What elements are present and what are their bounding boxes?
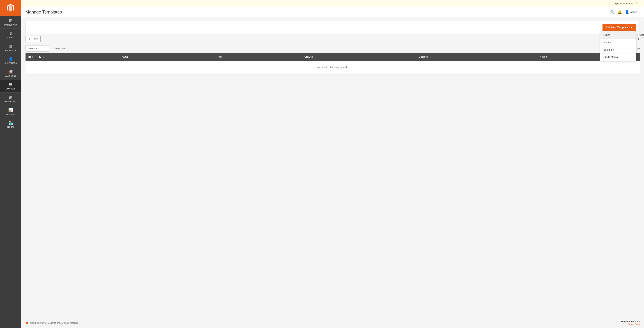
add-new-template-button[interactable]: Add New Template ▲ — [602, 24, 636, 31]
footer-logo-icon: ⬟ — [26, 321, 28, 325]
table-col-name: Name — [119, 53, 214, 61]
dropdown-item-shipment[interactable]: Shipment — [600, 46, 636, 54]
table-col-id[interactable]: ID ↓ — [36, 53, 119, 61]
header-actions: 🔍 🔔 👤 admin ▾ — [610, 10, 640, 14]
add-template-container: Add New Template ▲ Order Order Invoice — [602, 24, 636, 31]
version-label: Magento — [621, 320, 630, 323]
marketing-icon: 📢 — [8, 70, 13, 74]
dropdown-item-credit-memo[interactable]: Credit Memo — [600, 54, 636, 61]
page-header: Manage Templates 🔍 🔔 👤 admin ▾ — [21, 7, 644, 17]
system-messages-label: System Messages: — [614, 2, 634, 5]
filter-icon: ▼ — [28, 38, 30, 40]
sidebar-item-customers-label: CUSTOMERS — [4, 62, 17, 64]
admin-label: admin — [630, 11, 637, 14]
sidebar-item-stores[interactable]: 🏪 STORES — [0, 118, 21, 131]
reports-icon: 📊 — [8, 108, 13, 112]
sidebar-item-mageplaza-label: MAGEPLAZA — [4, 101, 17, 103]
filters-row: ▼ Filters 👁 Default View ▼ — [26, 36, 640, 42]
sidebar-item-reports[interactable]: 📊 REPORTS — [0, 105, 21, 118]
col-id-label: ID — [39, 55, 42, 58]
sidebar-item-marketing[interactable]: 📢 MARKETING — [0, 67, 21, 80]
version-number: ver. 2.1.8 — [630, 320, 640, 323]
dropdown-invoice-label: Invoice — [604, 41, 611, 44]
data-table: ▼ ID ↓ Name Type Created — [26, 53, 640, 75]
magento-logo-icon — [6, 3, 15, 13]
report-bugs-link[interactable]: Report Bugs — [621, 323, 640, 325]
sidebar-item-content[interactable]: ▤ CONTENT — [0, 80, 21, 93]
select-all-checkbox[interactable] — [28, 56, 31, 58]
footer-right: Magento ver. 2.1.8 Report Bugs — [621, 320, 640, 325]
dropdown-credit-memo-label: Credit Memo — [604, 56, 618, 59]
col-name-label: Name — [122, 55, 128, 58]
sidebar-logo — [0, 0, 21, 16]
sidebar-item-dashboard[interactable]: ⊞ DASHBOARD — [0, 16, 21, 29]
sidebar-item-reports-label: REPORTS — [6, 113, 15, 115]
system-messages-count: 1 — [638, 2, 640, 5]
table-col-type: Type — [214, 53, 302, 61]
footer-left: ⬟ Copyright © 2017 Magento, Inc. All rig… — [26, 321, 79, 325]
actions-arrow-icon: ▾ — [36, 47, 38, 50]
table-col-modified: Modified — [416, 53, 537, 61]
footer-copyright: Copyright © 2017 Magento, Inc. All right… — [30, 322, 79, 324]
add-template-arrow-icon: ▲ — [630, 26, 633, 29]
search-icon[interactable]: 🔍 — [610, 10, 615, 14]
sidebar-item-products-label: PRODUCTS — [5, 50, 16, 52]
sidebar-item-mageplaza[interactable]: ▩ MAGEPLAZA — [0, 93, 21, 105]
products-icon: ▦ — [9, 44, 12, 49]
main-area: System Messages: ⚠ 1 Manage Templates 🔍 … — [21, 0, 644, 328]
content-area: Add New Template ▲ Order Order Invoice — [21, 17, 644, 318]
filters-label: Filters — [32, 38, 38, 40]
actions-row: Actions ▾ 0 records found 20 per page — [26, 44, 640, 53]
records-count: 0 records found — [51, 47, 67, 50]
checkbox-arrow-icon[interactable]: ▼ — [32, 56, 34, 58]
table-col-checkbox: ▼ — [26, 53, 36, 61]
sidebar-item-marketing-label: MARKETING — [5, 75, 16, 77]
admin-dropdown-icon: ▾ — [638, 11, 640, 14]
col-type-label: Type — [217, 55, 222, 58]
actions-dropdown[interactable]: Actions ▾ — [26, 46, 49, 52]
admin-menu[interactable]: 👤 admin ▾ — [625, 10, 640, 14]
table-empty-row: We couldn't find any records. — [26, 61, 640, 75]
filters-button[interactable]: ▼ Filters — [26, 36, 40, 42]
col-modified-label: Modified — [418, 55, 428, 58]
magento-version: Magento ver. 2.1.8 — [621, 320, 640, 323]
template-type-dropdown: Order Order Invoice Shipment Credit Memo — [600, 31, 636, 61]
filters-left: ▼ Filters — [26, 36, 40, 42]
dropdown-order-label: Order — [604, 34, 610, 36]
dropdown-item-order[interactable]: Order Order — [600, 31, 636, 39]
content-icon: ▤ — [9, 82, 12, 87]
notifications-icon[interactable]: 🔔 — [618, 10, 622, 14]
customers-icon: 👤 — [8, 57, 13, 61]
page-footer: ⬟ Copyright © 2017 Magento, Inc. All rig… — [21, 318, 644, 328]
system-messages-bar: System Messages: ⚠ 1 — [21, 0, 644, 7]
sidebar-item-stores-label: STORES — [7, 126, 14, 128]
sidebar: ⊞ DASHBOARD $ SALES ▦ PRODUCTS 👤 CUSTOME… — [0, 0, 21, 328]
empty-message: We couldn't find any records. — [26, 61, 640, 75]
stores-icon: 🏪 — [8, 121, 13, 125]
sidebar-item-sales[interactable]: $ SALES — [0, 29, 21, 41]
top-toolbar: Add New Template ▲ Order Order Invoice — [26, 21, 640, 34]
sidebar-item-products[interactable]: ▦ PRODUCTS — [0, 41, 21, 54]
col-created-label: Created — [304, 55, 313, 58]
sales-icon: $ — [10, 31, 12, 36]
page-title: Manage Templates — [26, 10, 62, 15]
table-body: We couldn't find any records. — [26, 61, 640, 75]
actions-label: Actions — [28, 47, 35, 50]
sidebar-item-customers[interactable]: 👤 CUSTOMERS — [0, 54, 21, 67]
col-action-label: Action — [540, 55, 547, 58]
view-dropdown-icon: ▼ — [637, 38, 640, 40]
id-sort-icon: ↓ — [43, 56, 44, 58]
dashboard-icon: ⊞ — [9, 18, 12, 23]
mageplaza-icon: ▩ — [9, 95, 12, 100]
warning-icon: ⚠ — [635, 2, 638, 5]
table-col-created: Created — [302, 53, 416, 61]
admin-avatar-icon: 👤 — [625, 10, 630, 14]
sidebar-item-sales-label: SALES — [7, 37, 14, 39]
dropdown-item-invoice[interactable]: Invoice — [600, 39, 636, 46]
table-header: ▼ ID ↓ Name Type Created — [26, 53, 640, 61]
dropdown-shipment-label: Shipment — [604, 48, 614, 51]
sidebar-item-dashboard-label: DASHBOARD — [4, 24, 17, 26]
sidebar-item-content-label: CONTENT — [6, 88, 15, 90]
actions-left: Actions ▾ 0 records found — [26, 46, 67, 52]
add-template-label: Add New Template — [606, 26, 628, 29]
